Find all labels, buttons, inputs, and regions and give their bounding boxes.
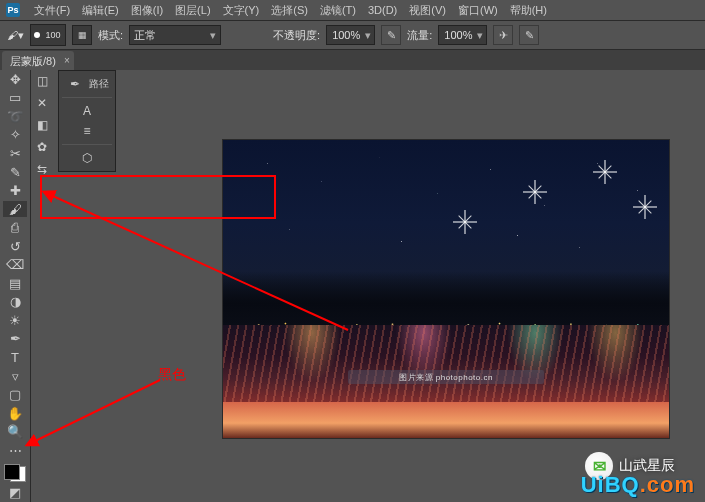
tool-marquee[interactable]: ▭: [3, 90, 27, 107]
options-bar: 🖌▾ 100 ▦ 模式: 正常 不透明度: 100% ✎ 流量: 100% ✈ …: [0, 21, 705, 50]
image-watermark: 图片来源 photophoto.cn: [348, 370, 544, 384]
mini-tool-a[interactable]: ◫: [32, 71, 52, 91]
work-area: ✥ ▭ ➰ ✧ ✂ ✎ ✚ 🖌 ⎙ ↺ ⌫ ▤ ◑ ☀ ✒ T ▿ ▢ ✋ 🔍 …: [0, 70, 705, 502]
brush-size-value: 100: [45, 30, 60, 40]
mini-tool-d[interactable]: ✿: [32, 137, 52, 157]
blend-mode-select[interactable]: 正常: [129, 25, 221, 45]
tool-history-brush[interactable]: ↺: [3, 238, 27, 255]
pen-icon: ✒: [65, 74, 85, 94]
airbrush-toggle-icon[interactable]: ✈: [493, 25, 513, 45]
tool-zoom[interactable]: 🔍: [3, 423, 27, 440]
site-watermark: UiBQ.com: [581, 472, 695, 498]
menu-window[interactable]: 窗口(W): [452, 0, 504, 20]
tool-healing[interactable]: ✚: [3, 182, 27, 199]
mode-label: 模式:: [98, 28, 123, 43]
menu-file[interactable]: 文件(F): [28, 0, 76, 20]
tool-magic-wand[interactable]: ✧: [3, 127, 27, 144]
tool-eraser[interactable]: ⌫: [3, 256, 27, 273]
menu-view[interactable]: 视图(V): [403, 0, 452, 20]
tool-indicator-brush-icon[interactable]: 🖌▾: [6, 26, 24, 44]
tool-path-select[interactable]: ▿: [3, 368, 27, 385]
mini-tool-c[interactable]: ◧: [32, 115, 52, 135]
app-logo: Ps: [6, 3, 20, 17]
brush-preset-picker[interactable]: 100: [30, 24, 66, 46]
floating-tool-panel[interactable]: ✒ 路径 A ≡ ⬡: [58, 70, 116, 172]
tool-type[interactable]: T: [3, 349, 27, 366]
tool-dodge[interactable]: ☀: [3, 312, 27, 329]
tool-move[interactable]: ✥: [3, 71, 27, 88]
tools-panel: ✥ ▭ ➰ ✧ ✂ ✎ ✚ 🖌 ⎙ ↺ ⌫ ▤ ◑ ☀ ✒ T ▿ ▢ ✋ 🔍 …: [0, 70, 31, 502]
tool-gradient[interactable]: ▤: [3, 275, 27, 292]
site-name: UiBQ: [581, 472, 640, 497]
tool-stamp[interactable]: ⎙: [3, 219, 27, 236]
mini-tool-e[interactable]: ⇆: [32, 159, 52, 179]
mini-tool-b[interactable]: ✕: [32, 93, 52, 113]
letter-a-icon[interactable]: A: [77, 101, 97, 121]
menu-layer[interactable]: 图层(L): [169, 0, 216, 20]
secondary-toolbar: ◫ ✕ ◧ ✿ ⇆: [32, 70, 54, 180]
document-tab-title: 层蒙版/8): [10, 55, 56, 67]
flow-input[interactable]: 100%: [438, 25, 487, 45]
tool-shape[interactable]: ▢: [3, 386, 27, 403]
foreground-color-swatch[interactable]: [4, 464, 20, 480]
color-swatches[interactable]: [3, 463, 27, 483]
site-suffix: .com: [640, 472, 695, 497]
annotation-label-black: 黑色: [158, 366, 186, 384]
opacity-label: 不透明度:: [273, 28, 320, 43]
menu-filter[interactable]: 滤镜(T): [314, 0, 362, 20]
tool-pen[interactable]: ✒: [3, 331, 27, 348]
opacity-input[interactable]: 100%: [326, 25, 375, 45]
tool-brush[interactable]: 🖌: [3, 201, 27, 218]
tool-quickmask[interactable]: ◩: [3, 484, 27, 501]
cube-icon[interactable]: ⬡: [77, 148, 97, 168]
pressure-size-toggle-icon[interactable]: ✎: [519, 25, 539, 45]
document-tab[interactable]: 层蒙版/8) ×: [2, 51, 74, 72]
path-label: 路径: [89, 77, 109, 91]
tool-crop[interactable]: ✂: [3, 145, 27, 162]
menu-help[interactable]: 帮助(H): [504, 0, 553, 20]
pressure-opacity-toggle-icon[interactable]: ✎: [381, 25, 401, 45]
canvas-art-reflections: [223, 325, 669, 403]
tool-blur[interactable]: ◑: [3, 294, 27, 311]
close-icon[interactable]: ×: [64, 55, 70, 66]
menu-image[interactable]: 图像(I): [125, 0, 169, 20]
tool-hand[interactable]: ✋: [3, 405, 27, 422]
brush-panel-toggle-icon[interactable]: ▦: [72, 25, 92, 45]
menu-bar: Ps 文件(F) 编辑(E) 图像(I) 图层(L) 文字(Y) 选择(S) 滤…: [0, 0, 705, 21]
tool-lasso[interactable]: ➰: [3, 108, 27, 125]
flow-label: 流量:: [407, 28, 432, 43]
menu-3d[interactable]: 3D(D): [362, 0, 403, 20]
align-icon[interactable]: ≡: [77, 121, 97, 141]
menu-select[interactable]: 选择(S): [265, 0, 314, 20]
tool-eyedropper[interactable]: ✎: [3, 164, 27, 181]
menu-type[interactable]: 文字(Y): [217, 0, 266, 20]
canvas[interactable]: 图片来源 photophoto.cn: [223, 140, 669, 438]
tool-more[interactable]: ⋯: [3, 442, 27, 459]
menu-edit[interactable]: 编辑(E): [76, 0, 125, 20]
